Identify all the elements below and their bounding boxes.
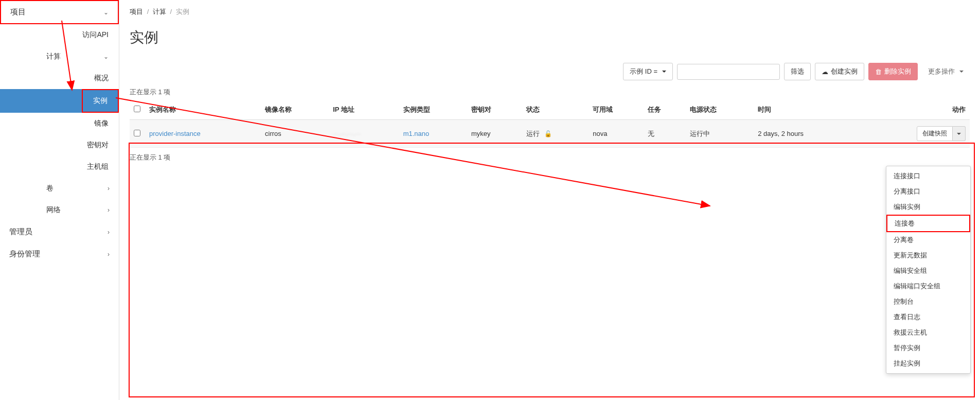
instance-name-link[interactable]: provider-instance xyxy=(149,130,201,137)
dropdown-item[interactable]: 更新元数据 xyxy=(886,248,970,263)
chevron-right-icon: › xyxy=(108,251,110,258)
cell-time: 2 days, 2 hours xyxy=(754,120,859,148)
breadcrumb-project[interactable]: 项目 xyxy=(130,8,143,15)
dropdown-item[interactable]: 连接接口 xyxy=(886,168,970,184)
breadcrumb-current: 实例 xyxy=(176,8,189,15)
sidebar-item-compute[interactable]: 计算 ⌄ xyxy=(0,46,119,67)
col-keypair[interactable]: 密钥对 xyxy=(467,100,522,120)
chevron-down-icon: ⌄ xyxy=(103,53,109,60)
dropdown-item[interactable]: 救援云主机 xyxy=(886,325,970,340)
table-row: provider-instance cirros ···.···.···.···… xyxy=(130,120,970,148)
dropdown-item[interactable]: 编辑端口安全组 xyxy=(886,279,970,294)
sidebar-item-instances[interactable]: 实例 xyxy=(0,89,119,113)
sidebar-item-keypairs[interactable]: 密钥对 xyxy=(0,134,119,156)
more-actions-button[interactable]: 更多操作 xyxy=(922,63,970,80)
dropdown-item[interactable]: 挂起实例 xyxy=(886,356,970,371)
cell-image: cirros xyxy=(261,120,329,148)
trash-icon: 🗑 xyxy=(875,68,882,76)
breadcrumb: 项目 / 计算 / 实例 xyxy=(130,0,970,24)
filter-type-button[interactable]: 示例 ID = xyxy=(623,63,673,80)
main-content: 项目 / 计算 / 实例 实例 示例 ID = 筛选 ☁ 创建实例 🗑 删除实例… xyxy=(119,0,980,400)
dropdown-item[interactable]: 编辑安全组 xyxy=(886,263,970,279)
col-time[interactable]: 时间 xyxy=(754,100,859,120)
sidebar-item-network[interactable]: 网络 › xyxy=(0,199,119,221)
dropdown-item[interactable]: 连接卷 xyxy=(886,215,970,232)
sidebar-label: 卷 xyxy=(46,184,54,193)
search-input[interactable] xyxy=(677,64,780,80)
sidebar-label: 身份管理 xyxy=(9,249,40,259)
sidebar-label: 访问API xyxy=(15,30,109,40)
sidebar: 项目 ⌄ 访问API 计算 ⌄ 概况 实例 镜像 密钥对 主机组 卷 xyxy=(0,0,119,400)
sidebar-item-overview[interactable]: 概况 xyxy=(0,67,119,89)
chevron-right-icon: › xyxy=(108,185,110,192)
dropdown-item[interactable]: 分离卷 xyxy=(886,232,970,248)
col-task[interactable]: 任务 xyxy=(644,100,686,120)
dropdown-item[interactable]: 暂停实例 xyxy=(886,340,970,356)
sidebar-label: 项目 xyxy=(10,7,26,17)
chevron-right-icon: › xyxy=(108,229,110,236)
dropdown-item[interactable]: 控制台 xyxy=(886,294,970,309)
toolbar: 示例 ID = 筛选 ☁ 创建实例 🗑 删除实例 更多操作 xyxy=(130,63,970,80)
chevron-down-icon: ⌄ xyxy=(103,9,109,16)
col-status[interactable]: 状态 xyxy=(522,100,589,120)
showing-count-top: 正在显示 1 项 xyxy=(130,88,970,97)
sidebar-label: 实例 xyxy=(93,96,108,105)
col-image[interactable]: 镜像名称 xyxy=(261,100,329,120)
chevron-right-icon: › xyxy=(108,206,110,214)
sidebar-label: 概况 xyxy=(15,74,109,83)
sidebar-item-images[interactable]: 镜像 xyxy=(0,113,119,134)
dropdown-item[interactable]: 分离接口 xyxy=(886,184,970,199)
create-snapshot-button[interactable]: 创建快照 xyxy=(917,126,953,141)
cell-keypair: mykey xyxy=(467,120,522,148)
sidebar-item-hostgroups[interactable]: 主机组 xyxy=(0,156,119,178)
cell-ip: ···.···.···.··· xyxy=(333,130,361,137)
sidebar-label: 管理员 xyxy=(9,227,32,237)
instances-table: 实例名称 镜像名称 IP 地址 实例类型 密钥对 状态 可用域 任务 电源状态 … xyxy=(130,100,970,148)
dropdown-item[interactable]: 编辑实例 xyxy=(886,199,970,215)
sidebar-item-project[interactable]: 项目 ⌄ xyxy=(0,0,119,24)
select-all-checkbox[interactable] xyxy=(134,106,140,112)
cloud-upload-icon: ☁ xyxy=(822,68,828,76)
action-dropdown-menu: 连接接口分离接口编辑实例连接卷分离卷更新元数据编辑安全组编辑端口安全组控制台查看… xyxy=(886,166,971,374)
cell-status: 运行 🔓 xyxy=(522,120,589,148)
delete-instance-button[interactable]: 🗑 删除实例 xyxy=(868,63,918,80)
sidebar-label: 主机组 xyxy=(15,162,109,171)
showing-count-bottom: 正在显示 1 项 xyxy=(130,153,970,162)
sidebar-label: 计算 xyxy=(46,52,61,61)
page-title: 实例 xyxy=(130,28,970,47)
dropdown-item[interactable]: 查看日志 xyxy=(886,309,970,325)
col-ip[interactable]: IP 地址 xyxy=(329,100,399,120)
create-instance-button[interactable]: ☁ 创建实例 xyxy=(815,63,864,80)
sidebar-item-api[interactable]: 访问API xyxy=(0,24,119,46)
sidebar-item-identity[interactable]: 身份管理 › xyxy=(0,243,119,265)
sidebar-item-volumes[interactable]: 卷 › xyxy=(0,178,119,199)
sidebar-label: 镜像 xyxy=(15,119,109,128)
sidebar-item-admin[interactable]: 管理员 › xyxy=(0,221,119,243)
action-button-group: 创建快照 xyxy=(917,126,966,141)
col-action: 动作 xyxy=(859,100,970,120)
flavor-link[interactable]: m1.nano xyxy=(403,130,430,137)
unlock-icon: 🔓 xyxy=(544,130,552,137)
col-name[interactable]: 实例名称 xyxy=(145,100,261,120)
cell-task: 无 xyxy=(644,120,686,148)
row-checkbox[interactable] xyxy=(134,130,140,136)
breadcrumb-compute[interactable]: 计算 xyxy=(153,8,166,15)
cell-zone: nova xyxy=(589,120,644,148)
cell-power: 运行中 xyxy=(686,120,754,148)
col-power[interactable]: 电源状态 xyxy=(686,100,754,120)
col-zone[interactable]: 可用域 xyxy=(589,100,644,120)
sidebar-label: 密钥对 xyxy=(15,141,109,150)
action-dropdown-toggle[interactable] xyxy=(953,126,966,141)
col-flavor[interactable]: 实例类型 xyxy=(399,100,467,120)
filter-button[interactable]: 筛选 xyxy=(784,63,811,80)
sidebar-label: 网络 xyxy=(46,205,61,215)
